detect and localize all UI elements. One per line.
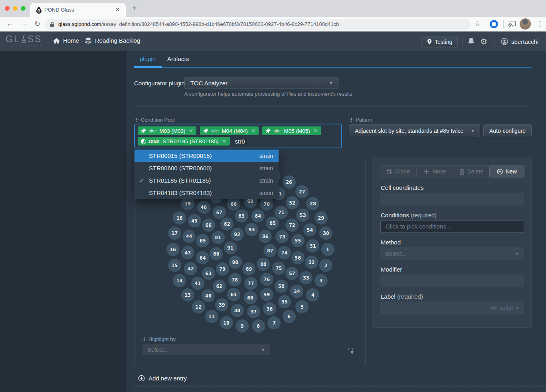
remove-tag-icon[interactable]: ✕	[251, 128, 256, 134]
move-button[interactable]: Move	[417, 166, 453, 177]
well-56[interactable]: 56	[291, 251, 305, 264]
gear-icon[interactable]: ⚙	[480, 37, 487, 46]
well-90[interactable]: 90	[229, 256, 242, 269]
well-80[interactable]: 80	[210, 247, 223, 260]
well-42[interactable]: 42	[184, 262, 197, 275]
well-33[interactable]: 33	[299, 271, 313, 284]
well-10[interactable]: 10	[220, 316, 233, 329]
well-1[interactable]: 1	[321, 243, 334, 256]
well-66[interactable]: 66	[202, 219, 215, 232]
well-8[interactable]: 8	[252, 319, 265, 333]
cast-icon[interactable]	[508, 20, 516, 27]
nav-home[interactable]: Home	[53, 37, 79, 44]
label-input[interactable]: </> script ▼	[380, 301, 524, 314]
remove-tag-icon[interactable]: ✕	[188, 128, 193, 134]
well-4[interactable]: 4	[306, 288, 319, 301]
script-toggle[interactable]: </> script ▼	[490, 305, 519, 311]
well-30[interactable]: 30	[319, 227, 332, 240]
well-13[interactable]: 13	[181, 288, 194, 301]
well-92[interactable]: 92	[231, 228, 244, 241]
well-60[interactable]: 60	[244, 291, 257, 304]
condition-pool-box[interactable]: site:M03 (M03)✕site:M04 (M04)✕site:M05 (…	[134, 124, 342, 148]
well-57[interactable]: 57	[285, 267, 299, 280]
well-19[interactable]: 19	[181, 197, 194, 210]
pattern-select[interactable]: Adjacent slot by site, standards at #85 …	[349, 124, 480, 137]
add-new-entry-button[interactable]: Add new entry	[138, 375, 187, 382]
delete-button[interactable]: Delete	[453, 166, 490, 177]
well-28[interactable]: 28	[306, 197, 319, 210]
well-15[interactable]: 15	[168, 259, 181, 272]
well-89[interactable]: 89	[242, 262, 255, 276]
well-76[interactable]: 76	[260, 273, 273, 286]
well-79[interactable]: 79	[216, 262, 229, 276]
close-window-button[interactable]	[5, 6, 10, 11]
tab-close-icon[interactable]: ✕	[115, 6, 120, 13]
well-44[interactable]: 44	[182, 230, 196, 243]
well-3[interactable]: 3	[315, 274, 328, 287]
well-67[interactable]: 67	[213, 206, 226, 219]
well-45[interactable]: 45	[188, 214, 201, 227]
drag-anchor-icon[interactable]	[142, 337, 146, 341]
reload-icon[interactable]: ↻	[34, 20, 40, 28]
remove-tag-icon[interactable]: ✕	[313, 128, 318, 134]
well-35[interactable]: 35	[278, 295, 291, 308]
well-84[interactable]: 84	[251, 209, 265, 223]
well-65[interactable]: 65	[196, 234, 209, 247]
well-6[interactable]: 6	[283, 310, 296, 323]
well-77[interactable]: 77	[244, 277, 257, 290]
extension-icon[interactable]	[490, 20, 498, 28]
condition-tag-strain[interactable]: strain:STR01185 (STR01185)✕	[138, 137, 230, 146]
well-83[interactable]: 83	[235, 209, 248, 223]
well-87[interactable]: 87	[263, 244, 277, 257]
highlight-by-select[interactable]: Select... ▼	[142, 344, 270, 355]
well-31[interactable]: 31	[306, 239, 319, 252]
well-61[interactable]: 61	[227, 288, 240, 301]
suggestion-item[interactable]: ✓STR01185 (STR01185)strain	[135, 174, 279, 187]
new-tab-button[interactable]: +	[132, 3, 136, 13]
tab-artifacts[interactable]: Artifacts	[167, 55, 189, 62]
well-26[interactable]: 26	[283, 175, 296, 189]
well-40[interactable]: 40	[202, 289, 215, 302]
forward-icon[interactable]: →	[21, 20, 28, 28]
well-88[interactable]: 88	[257, 258, 270, 271]
well-86[interactable]: 86	[259, 230, 272, 243]
well-85[interactable]: 85	[266, 217, 279, 230]
well-68[interactable]: 68	[227, 197, 240, 211]
glass-logo[interactable]: GL SS A POND PROJECT	[6, 35, 42, 47]
well-71[interactable]: 71	[275, 206, 288, 219]
well-41[interactable]: 41	[191, 277, 204, 290]
well-9[interactable]: 9	[235, 319, 249, 333]
well-73[interactable]: 73	[275, 230, 289, 243]
zoom-window-button[interactable]	[21, 6, 26, 11]
condition-pool-input[interactable]: str0	[233, 138, 246, 145]
environment-button[interactable]: Testing	[421, 36, 458, 47]
well-39[interactable]: 39	[215, 298, 228, 311]
well-46[interactable]: 46	[197, 201, 210, 214]
well-32[interactable]: 32	[305, 256, 318, 269]
well-43[interactable]: 43	[181, 246, 194, 259]
well-17[interactable]: 17	[168, 227, 181, 240]
nav-reading-backlog[interactable]: Reading Backlog	[85, 37, 140, 44]
well-18[interactable]: 18	[173, 211, 186, 225]
well-34[interactable]: 34	[290, 285, 303, 298]
well-93[interactable]: 93	[245, 223, 258, 236]
remove-tag-icon[interactable]: ✕	[222, 138, 227, 144]
condition-tag-site[interactable]: site:M05 (M05)✕	[262, 126, 321, 135]
well-81[interactable]: 81	[212, 231, 225, 244]
condition-tag-site[interactable]: site:M04 (M04)✕	[200, 126, 259, 135]
marquee-select-icon[interactable]	[348, 347, 355, 355]
well-2[interactable]: 2	[319, 259, 332, 272]
well-7[interactable]: 7	[267, 316, 281, 329]
well-62[interactable]: 62	[213, 280, 226, 293]
url-bar[interactable]: glass.sgipond.com/assay_definition/38248…	[45, 19, 471, 30]
well-58[interactable]: 58	[275, 280, 288, 293]
drag-anchor-icon[interactable]	[135, 118, 139, 122]
bell-icon[interactable]	[468, 37, 475, 45]
suggestion-item[interactable]: STR00015 (STR00015)strain	[135, 150, 279, 162]
conditions-input[interactable]: Click to pick conditions...	[380, 220, 524, 232]
well-53[interactable]: 53	[296, 209, 309, 222]
well-75[interactable]: 75	[272, 262, 285, 275]
well-54[interactable]: 54	[303, 223, 317, 236]
well-36[interactable]: 36	[263, 302, 276, 315]
browser-tab[interactable]: POND Glass ✕	[30, 3, 126, 17]
